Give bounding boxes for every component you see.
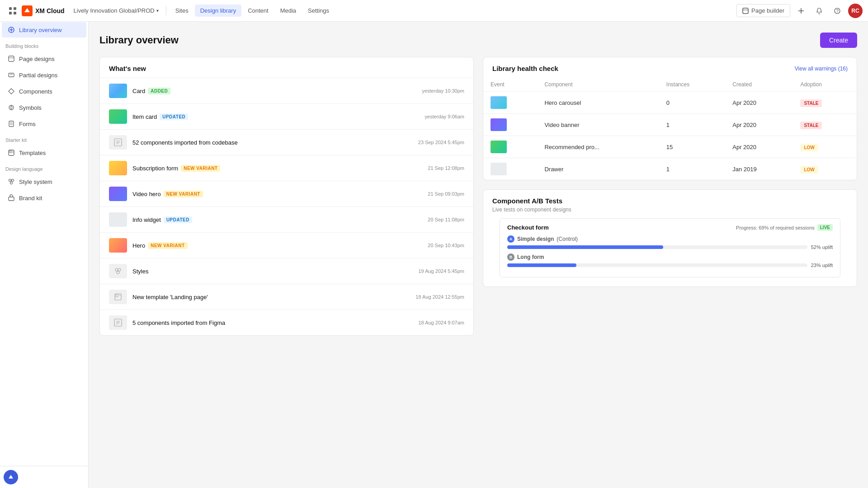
help-button[interactable]: ?: [830, 4, 844, 18]
topnav: XM Cloud Lively Innovation Global/PROD ▾…: [0, 0, 868, 22]
nav-sites[interactable]: Sites: [170, 5, 194, 17]
nav-links: Sites Design library Content Media Setti…: [170, 5, 735, 17]
create-button[interactable]: Create: [820, 33, 857, 48]
svg-marker-32: [9, 475, 13, 479]
nav-divider: [166, 6, 166, 15]
apps-button[interactable]: [5, 4, 20, 18]
health-title: Library health check: [492, 65, 558, 72]
whats-new-item[interactable]: Video hero NEW VARIANT 21 Sep 09:03pm: [100, 181, 473, 207]
whats-new-item-name: Card ADDED: [132, 88, 170, 94]
nav-content[interactable]: Content: [242, 5, 274, 17]
sidebar-item-symbols[interactable]: Symbols: [2, 100, 86, 115]
view-all-warnings-link[interactable]: View all warnings (16): [795, 66, 848, 72]
whats-new-item[interactable]: Info widget UPDATED 20 Sep 11:08pm: [100, 207, 473, 233]
health-thumb-cell: [483, 114, 537, 136]
svg-rect-5: [743, 8, 748, 14]
whats-new-item[interactable]: Item card UPDATED yesterday 9:06am: [100, 104, 473, 130]
page-builder-button[interactable]: Page builder: [736, 4, 790, 17]
health-instances-cell: 15: [659, 136, 725, 158]
whats-new-item[interactable]: Card ADDED yesterday 10:30pm: [100, 78, 473, 104]
sidebar-item-forms[interactable]: Forms: [2, 116, 86, 131]
whats-new-item-time: 21 Sep 12:08pm: [428, 165, 464, 171]
health-col-created: Created: [725, 78, 793, 92]
style-system-icon: [7, 178, 15, 186]
ab-variant-row: B Long form 23% uplift: [507, 253, 833, 268]
ab-bar-bg: [507, 263, 807, 267]
whats-new-item[interactable]: New template 'Landing page' 18 Aug 2024 …: [100, 284, 473, 310]
svg-rect-1: [14, 7, 16, 10]
adoption-badge: STALE: [800, 99, 822, 107]
page-builder-label: Page builder: [751, 7, 784, 14]
health-table-body: Hero carousel 0 Apr 2020 STALE Video ban…: [483, 92, 857, 180]
nav-design-library[interactable]: Design library: [195, 5, 241, 17]
xm-cloud-icon: [22, 5, 33, 16]
sidebar-item-templates[interactable]: Templates: [2, 145, 86, 160]
health-instances-cell: 1: [659, 158, 725, 180]
nav-settings[interactable]: Settings: [302, 5, 335, 17]
whats-new-item[interactable]: Hero NEW VARIANT 20 Sep 10:43pm: [100, 233, 473, 258]
symbols-label: Symbols: [19, 104, 42, 111]
whats-new-item-time: yesterday 10:30pm: [422, 88, 464, 94]
components-icon: [7, 87, 15, 95]
health-created-cell: Apr 2020: [725, 114, 793, 136]
table-row[interactable]: Drawer 1 Jan 2019 LOW: [483, 158, 857, 180]
whats-new-item[interactable]: Styles 19 Aug 2024 5:45pm: [100, 258, 473, 284]
ab-live-badge: LIVE: [817, 224, 833, 231]
sidebar-item-page-designs[interactable]: Page designs: [2, 51, 86, 66]
sidebar: Library overview Building blocks Page de…: [0, 22, 89, 488]
health-adoption-cell: STALE: [793, 92, 857, 114]
notifications-button[interactable]: [812, 4, 826, 18]
page-title: Library overview: [99, 34, 179, 46]
svg-rect-3: [14, 12, 16, 14]
add-button[interactable]: [794, 4, 808, 18]
brand-logo[interactable]: XM Cloud: [22, 5, 65, 16]
ab-tests-panel: Component A/B Tests Live tests on compon…: [483, 189, 857, 287]
user-avatar[interactable]: RC: [848, 4, 863, 18]
forms-icon: [7, 120, 15, 128]
partial-designs-label: Partial designs: [19, 72, 57, 79]
sidebar-item-style-system[interactable]: Style system: [2, 174, 86, 189]
whats-new-item-time: 23 Sep 2024 5:45pm: [418, 140, 464, 145]
whats-new-item-name: Hero NEW VARIANT: [132, 242, 188, 249]
components-label: Components: [19, 88, 52, 95]
table-row[interactable]: Hero carousel 0 Apr 2020 STALE: [483, 92, 857, 114]
ab-bar-bg: [507, 245, 807, 249]
org-chevron-icon: ▾: [156, 8, 159, 13]
sidebar-item-partial-designs[interactable]: Partial designs: [2, 67, 86, 83]
forms-label: Forms: [19, 121, 36, 127]
whats-new-item[interactable]: Subscription form NEW VARIANT 21 Sep 12:…: [100, 155, 473, 181]
sidebar-item-library-overview[interactable]: Library overview: [2, 22, 86, 38]
health-col-instances: Instances: [659, 78, 725, 92]
ab-bar-row: 52% uplift: [507, 244, 833, 250]
brand-kit-icon: [7, 194, 15, 202]
brand-kit-label: Brand kit: [19, 195, 42, 202]
org-name: Lively Innovation Global/PROD: [74, 7, 155, 14]
style-system-label: Style system: [19, 178, 52, 185]
sidebar-item-brand-kit[interactable]: Brand kit: [2, 190, 86, 206]
svg-point-39: [117, 271, 119, 274]
content-columns: What's new Card ADDED yesterday 10:30pm …: [99, 57, 857, 336]
org-selector[interactable]: Lively Innovation Global/PROD ▾: [70, 5, 162, 16]
nav-media[interactable]: Media: [275, 5, 302, 17]
health-col-component: Component: [537, 78, 659, 92]
whats-new-item-time: yesterday 9:06am: [425, 114, 464, 119]
whats-new-item[interactable]: 52 components imported from codebase 23 …: [100, 130, 473, 155]
adoption-badge: LOW: [800, 166, 818, 174]
whats-new-item-name: Video hero NEW VARIANT: [132, 191, 203, 197]
table-row[interactable]: Recommended pro... 15 Apr 2020 LOW: [483, 136, 857, 158]
whats-new-item[interactable]: 5 components imported from Figma 18 Aug …: [100, 310, 473, 335]
svg-rect-2: [9, 12, 12, 14]
health-col-adoption: Adoption: [793, 78, 857, 92]
sidebar-item-components[interactable]: Components: [2, 84, 86, 99]
ab-progress-label: Progress: 69% of required sessions: [736, 225, 815, 230]
page-designs-label: Page designs: [19, 56, 55, 62]
svg-point-37: [115, 268, 118, 271]
starter-kit-section: Starter kit: [0, 132, 88, 145]
partial-designs-icon: [7, 71, 15, 79]
svg-point-28: [9, 179, 11, 182]
health-thumb-cell: [483, 158, 537, 180]
sidebar-action-button[interactable]: [4, 470, 18, 484]
table-row[interactable]: Video banner 1 Apr 2020 STALE: [483, 114, 857, 136]
adoption-badge: LOW: [800, 144, 818, 151]
svg-rect-31: [9, 197, 14, 201]
